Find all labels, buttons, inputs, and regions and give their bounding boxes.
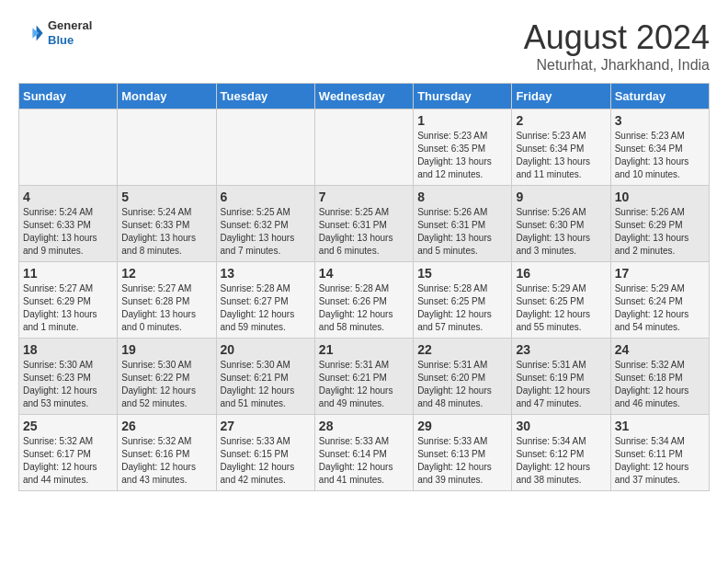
calendar-cell bbox=[118, 109, 216, 186]
day-number: 13 bbox=[221, 266, 311, 281]
day-info: Sunrise: 5:30 AM Sunset: 6:21 PM Dayligh… bbox=[221, 359, 311, 410]
calendar-cell bbox=[314, 109, 413, 186]
day-number: 15 bbox=[417, 266, 507, 281]
calendar-cell: 19Sunrise: 5:30 AM Sunset: 6:22 PM Dayli… bbox=[118, 339, 216, 415]
logo: General Blue bbox=[18, 18, 92, 47]
day-info: Sunrise: 5:32 AM Sunset: 6:18 PM Dayligh… bbox=[615, 359, 705, 410]
calendar-cell: 23Sunrise: 5:31 AM Sunset: 6:19 PM Dayli… bbox=[512, 339, 610, 415]
calendar-cell: 17Sunrise: 5:29 AM Sunset: 6:24 PM Dayli… bbox=[610, 262, 709, 339]
day-number: 18 bbox=[23, 342, 113, 357]
day-number: 17 bbox=[615, 266, 705, 281]
day-number: 6 bbox=[221, 190, 311, 204]
calendar-cell: 5Sunrise: 5:24 AM Sunset: 6:33 PM Daylig… bbox=[118, 186, 216, 262]
calendar-cell: 28Sunrise: 5:33 AM Sunset: 6:14 PM Dayli… bbox=[314, 415, 413, 491]
calendar-cell: 29Sunrise: 5:33 AM Sunset: 6:13 PM Dayli… bbox=[414, 415, 512, 491]
calendar-cell bbox=[216, 109, 314, 186]
day-number: 1 bbox=[417, 113, 507, 128]
day-info: Sunrise: 5:31 AM Sunset: 6:20 PM Dayligh… bbox=[417, 359, 507, 410]
day-info: Sunrise: 5:27 AM Sunset: 6:29 PM Dayligh… bbox=[23, 282, 113, 334]
calendar-cell: 30Sunrise: 5:34 AM Sunset: 6:12 PM Dayli… bbox=[512, 415, 610, 491]
day-number: 24 bbox=[615, 342, 705, 357]
day-info: Sunrise: 5:23 AM Sunset: 6:34 PM Dayligh… bbox=[615, 130, 705, 181]
day-info: Sunrise: 5:24 AM Sunset: 6:33 PM Dayligh… bbox=[121, 206, 211, 258]
day-number: 8 bbox=[417, 190, 507, 204]
day-info: Sunrise: 5:25 AM Sunset: 6:31 PM Dayligh… bbox=[319, 206, 409, 258]
day-number: 27 bbox=[221, 419, 311, 433]
day-number: 5 bbox=[121, 190, 211, 204]
day-info: Sunrise: 5:28 AM Sunset: 6:25 PM Dayligh… bbox=[417, 282, 507, 334]
day-info: Sunrise: 5:24 AM Sunset: 6:33 PM Dayligh… bbox=[23, 206, 113, 258]
day-info: Sunrise: 5:33 AM Sunset: 6:14 PM Dayligh… bbox=[319, 435, 409, 487]
day-info: Sunrise: 5:27 AM Sunset: 6:28 PM Dayligh… bbox=[121, 282, 211, 334]
day-number: 20 bbox=[221, 342, 311, 357]
calendar-cell: 14Sunrise: 5:28 AM Sunset: 6:26 PM Dayli… bbox=[314, 262, 413, 339]
logo-text: General Blue bbox=[48, 18, 92, 47]
day-info: Sunrise: 5:23 AM Sunset: 6:34 PM Dayligh… bbox=[516, 130, 606, 181]
day-info: Sunrise: 5:33 AM Sunset: 6:15 PM Dayligh… bbox=[221, 435, 311, 487]
day-number: 26 bbox=[121, 419, 211, 433]
day-info: Sunrise: 5:26 AM Sunset: 6:31 PM Dayligh… bbox=[417, 206, 507, 258]
calendar-week-row: 25Sunrise: 5:32 AM Sunset: 6:17 PM Dayli… bbox=[19, 415, 710, 491]
calendar-cell: 11Sunrise: 5:27 AM Sunset: 6:29 PM Dayli… bbox=[19, 262, 118, 339]
calendar-header-sunday: Sunday bbox=[19, 84, 118, 109]
calendar-cell: 27Sunrise: 5:33 AM Sunset: 6:15 PM Dayli… bbox=[216, 415, 314, 491]
calendar-week-row: 11Sunrise: 5:27 AM Sunset: 6:29 PM Dayli… bbox=[19, 262, 710, 339]
day-info: Sunrise: 5:26 AM Sunset: 6:30 PM Dayligh… bbox=[516, 206, 606, 258]
day-number: 10 bbox=[615, 190, 705, 204]
calendar-cell bbox=[19, 109, 118, 186]
day-number: 11 bbox=[23, 266, 113, 281]
day-info: Sunrise: 5:29 AM Sunset: 6:25 PM Dayligh… bbox=[516, 282, 606, 334]
calendar-header-row: SundayMondayTuesdayWednesdayThursdayFrid… bbox=[19, 84, 710, 109]
day-info: Sunrise: 5:31 AM Sunset: 6:19 PM Dayligh… bbox=[516, 359, 606, 410]
day-info: Sunrise: 5:28 AM Sunset: 6:26 PM Dayligh… bbox=[319, 282, 409, 334]
day-info: Sunrise: 5:33 AM Sunset: 6:13 PM Dayligh… bbox=[417, 435, 507, 487]
day-info: Sunrise: 5:31 AM Sunset: 6:21 PM Dayligh… bbox=[319, 359, 409, 410]
calendar-cell: 7Sunrise: 5:25 AM Sunset: 6:31 PM Daylig… bbox=[314, 186, 413, 262]
calendar-header-wednesday: Wednesday bbox=[314, 84, 413, 109]
day-info: Sunrise: 5:32 AM Sunset: 6:16 PM Dayligh… bbox=[121, 435, 211, 487]
day-number: 30 bbox=[516, 419, 606, 433]
calendar-cell: 10Sunrise: 5:26 AM Sunset: 6:29 PM Dayli… bbox=[610, 186, 709, 262]
day-number: 25 bbox=[23, 419, 113, 433]
day-info: Sunrise: 5:34 AM Sunset: 6:12 PM Dayligh… bbox=[516, 435, 606, 487]
header: General Blue August 2024 Neturhat, Jhark… bbox=[18, 18, 710, 74]
day-number: 7 bbox=[319, 190, 409, 204]
calendar-cell: 3Sunrise: 5:23 AM Sunset: 6:34 PM Daylig… bbox=[610, 109, 709, 186]
calendar-week-row: 18Sunrise: 5:30 AM Sunset: 6:23 PM Dayli… bbox=[19, 339, 710, 415]
calendar-cell: 4Sunrise: 5:24 AM Sunset: 6:33 PM Daylig… bbox=[19, 186, 118, 262]
calendar-cell: 26Sunrise: 5:32 AM Sunset: 6:16 PM Dayli… bbox=[118, 415, 216, 491]
calendar-cell: 25Sunrise: 5:32 AM Sunset: 6:17 PM Dayli… bbox=[19, 415, 118, 491]
calendar-cell: 8Sunrise: 5:26 AM Sunset: 6:31 PM Daylig… bbox=[414, 186, 512, 262]
day-info: Sunrise: 5:29 AM Sunset: 6:24 PM Dayligh… bbox=[615, 282, 705, 334]
subtitle: Neturhat, Jharkhand, India bbox=[524, 57, 710, 74]
calendar-header-saturday: Saturday bbox=[610, 84, 709, 109]
calendar-cell: 6Sunrise: 5:25 AM Sunset: 6:32 PM Daylig… bbox=[216, 186, 314, 262]
logo-general-text: General bbox=[48, 18, 92, 33]
calendar-cell: 12Sunrise: 5:27 AM Sunset: 6:28 PM Dayli… bbox=[118, 262, 216, 339]
day-number: 4 bbox=[23, 190, 113, 204]
calendar-cell: 1Sunrise: 5:23 AM Sunset: 6:35 PM Daylig… bbox=[414, 109, 512, 186]
day-info: Sunrise: 5:32 AM Sunset: 6:17 PM Dayligh… bbox=[23, 435, 113, 487]
calendar-cell: 21Sunrise: 5:31 AM Sunset: 6:21 PM Dayli… bbox=[314, 339, 413, 415]
day-number: 21 bbox=[319, 342, 409, 357]
title-area: August 2024 Neturhat, Jharkhand, India bbox=[524, 18, 710, 74]
day-number: 16 bbox=[516, 266, 606, 281]
calendar-cell: 16Sunrise: 5:29 AM Sunset: 6:25 PM Dayli… bbox=[512, 262, 610, 339]
calendar-cell: 2Sunrise: 5:23 AM Sunset: 6:34 PM Daylig… bbox=[512, 109, 610, 186]
day-number: 28 bbox=[319, 419, 409, 433]
day-number: 9 bbox=[516, 190, 606, 204]
calendar-cell: 13Sunrise: 5:28 AM Sunset: 6:27 PM Dayli… bbox=[216, 262, 314, 339]
day-number: 29 bbox=[417, 419, 507, 433]
day-info: Sunrise: 5:23 AM Sunset: 6:35 PM Dayligh… bbox=[417, 130, 507, 181]
day-number: 14 bbox=[319, 266, 409, 281]
calendar-cell: 20Sunrise: 5:30 AM Sunset: 6:21 PM Dayli… bbox=[216, 339, 314, 415]
calendar-week-row: 4Sunrise: 5:24 AM Sunset: 6:33 PM Daylig… bbox=[19, 186, 710, 262]
day-number: 2 bbox=[516, 113, 606, 128]
day-number: 3 bbox=[615, 113, 705, 128]
day-number: 12 bbox=[121, 266, 211, 281]
calendar-header-monday: Monday bbox=[118, 84, 216, 109]
calendar-cell: 31Sunrise: 5:34 AM Sunset: 6:11 PM Dayli… bbox=[610, 415, 709, 491]
calendar-header-tuesday: Tuesday bbox=[216, 84, 314, 109]
logo-icon bbox=[18, 20, 44, 46]
calendar-cell: 22Sunrise: 5:31 AM Sunset: 6:20 PM Dayli… bbox=[414, 339, 512, 415]
